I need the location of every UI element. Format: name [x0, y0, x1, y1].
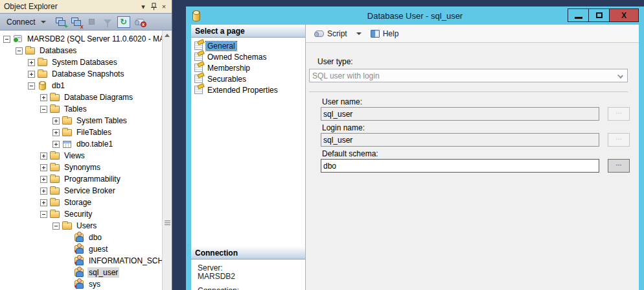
folder-icon: [62, 117, 72, 125]
tree-row[interactable]: sys: [0, 278, 172, 290]
collapse-expander[interactable]: [40, 106, 47, 113]
page-icon: [194, 42, 203, 50]
filter-button[interactable]: [102, 17, 113, 27]
tree-row[interactable]: Synonyms: [0, 162, 172, 173]
tree-row[interactable]: dbo.table1: [0, 138, 172, 150]
minimize-button[interactable]: [568, 8, 589, 22]
tree-label: MARSDB2 (SQL Server 11.0.6020 - MARSD: [26, 34, 172, 44]
refresh-button[interactable]: ↻: [117, 16, 130, 28]
tree-row[interactable]: FileTables: [0, 127, 172, 138]
tree-row[interactable]: System Tables: [0, 115, 172, 127]
close-icon[interactable]: ×: [159, 2, 169, 12]
close-button[interactable]: X: [609, 8, 639, 22]
pages-header: Select a page: [191, 25, 305, 38]
collapse-expander[interactable]: [16, 47, 23, 54]
expand-expander[interactable]: [40, 94, 47, 101]
tree-row-selected[interactable]: sql_user: [0, 267, 172, 278]
user-type-select[interactable]: SQL user with login: [309, 69, 628, 82]
tree-label: Programmability: [63, 174, 122, 184]
tree-label: dbo.table1: [75, 139, 114, 149]
tree-label: sys: [87, 279, 102, 289]
page-icon: [194, 53, 203, 61]
connect-button[interactable]: Connect: [4, 16, 51, 28]
scrollbar-grip[interactable]: [165, 221, 170, 225]
page-label: Extended Properties: [206, 86, 279, 95]
default-schema-browse-button[interactable]: ...: [608, 159, 630, 173]
pin-icon[interactable]: [148, 2, 159, 12]
tree-label: sql_user: [87, 267, 119, 278]
expand-expander[interactable]: [40, 164, 47, 171]
tree-row[interactable]: System Databases: [0, 56, 172, 68]
tree-row[interactable]: Database Diagrams: [0, 91, 172, 103]
tree-row[interactable]: Security: [0, 208, 172, 220]
folder-icon: [50, 152, 60, 160]
expand-expander[interactable]: [28, 71, 35, 78]
tree-row[interactable]: Service Broker: [0, 185, 172, 197]
page-label: Membership: [206, 64, 251, 73]
folder-icon: [50, 94, 60, 101]
page-item-securables[interactable]: Securables: [191, 73, 305, 84]
expand-expander[interactable]: [40, 187, 47, 195]
refresh-icon: ↻: [120, 17, 127, 27]
tree-row[interactable]: Tables: [0, 103, 172, 115]
tree-label: Database Snapshots: [51, 69, 125, 79]
page-item-owned-schemas[interactable]: Owned Schemas: [191, 51, 305, 62]
page-item-extended-properties[interactable]: Extended Properties: [191, 84, 305, 95]
tree-row[interactable]: guest: [0, 243, 172, 255]
collapse-expander[interactable]: [3, 36, 10, 43]
folder-icon: [38, 59, 47, 66]
tree-row[interactable]: db1: [0, 80, 172, 91]
page-item-general[interactable]: General: [191, 40, 305, 51]
scroll-up-icon[interactable]: [163, 30, 172, 40]
collapse-expander[interactable]: [28, 82, 35, 90]
user-type-value: SQL user with login: [312, 71, 380, 80]
tree-row[interactable]: MARSDB2 (SQL Server 11.0.6020 - MARSD: [0, 33, 172, 45]
expand-expander[interactable]: [28, 59, 35, 66]
connect-label: Connect: [6, 18, 36, 27]
pages-list: General Owned Schemas Membership Securab…: [191, 38, 305, 95]
expand-expander[interactable]: [52, 141, 60, 148]
expand-expander[interactable]: [52, 117, 60, 125]
tree-row[interactable]: Databases: [0, 45, 172, 56]
page-icon: [194, 64, 203, 72]
tree-row[interactable]: Programmability: [0, 173, 172, 185]
collapse-expander[interactable]: [40, 211, 47, 218]
user-disabled-icon: [75, 280, 84, 288]
expand-expander[interactable]: [40, 199, 47, 206]
tree-row[interactable]: Views: [0, 150, 172, 162]
tree-label: Database Diagrams: [63, 92, 134, 103]
script-icon: [315, 30, 324, 37]
tree-row[interactable]: Database Snapshots: [0, 68, 172, 80]
maximize-button[interactable]: [588, 8, 610, 22]
database-icon: [39, 81, 46, 90]
expand-expander[interactable]: [52, 129, 60, 136]
tree-row[interactable]: INFORMATION_SCHEM: [0, 255, 172, 267]
tree-scrollbar[interactable]: [162, 30, 172, 290]
tree-row[interactable]: Storage: [0, 197, 172, 208]
tree-label: System Tables: [75, 115, 128, 126]
tree-label: Synonyms: [63, 162, 102, 173]
expand-expander[interactable]: [40, 152, 47, 160]
script-dropdown-icon[interactable]: [356, 32, 362, 35]
tree-row[interactable]: dbo: [0, 232, 172, 243]
help-button[interactable]: Help: [368, 27, 402, 40]
select-a-page-pane: Select a page General Owned Schemas Memb…: [191, 25, 306, 290]
expand-expander[interactable]: [40, 176, 47, 183]
default-schema-input[interactable]: [321, 159, 599, 173]
auto-script-button[interactable]: x: [134, 17, 146, 27]
connection-header: Connection: [191, 247, 305, 260]
plus-badge-icon: +: [64, 24, 67, 29]
script-button[interactable]: Script: [312, 27, 350, 40]
connection-label: Connection:: [198, 286, 239, 290]
disconnect-server-button[interactable]: x: [71, 17, 82, 27]
collapse-expander[interactable]: [52, 223, 60, 230]
page-label: Securables: [206, 75, 247, 84]
tree-label: FileTables: [75, 127, 113, 138]
connect-server-button[interactable]: +: [55, 17, 67, 27]
page-item-membership[interactable]: Membership: [191, 62, 305, 73]
window-position-icon[interactable]: ▾: [138, 2, 148, 12]
dialog-titlebar: Database User - sql_user X: [186, 6, 644, 25]
tree-row[interactable]: Users: [0, 220, 172, 232]
folder-icon: [62, 223, 72, 230]
user-icon: [75, 269, 84, 276]
